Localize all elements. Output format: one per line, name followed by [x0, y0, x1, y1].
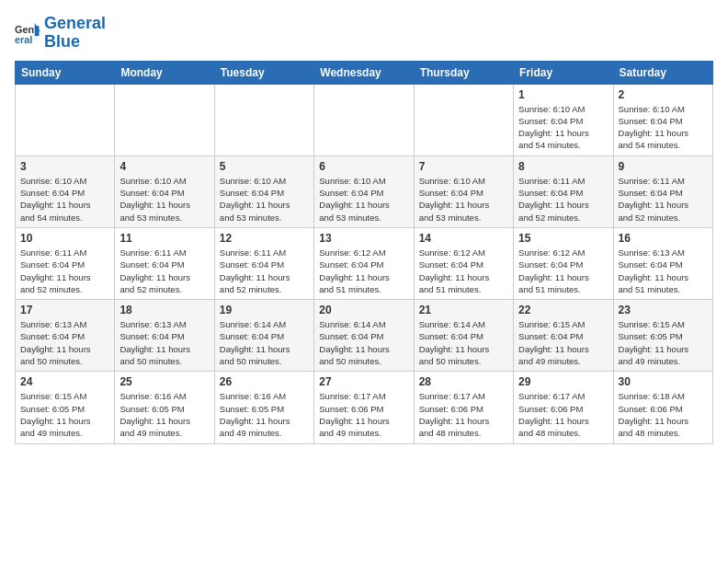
calendar-cell: 2Sunrise: 6:10 AM Sunset: 6:04 PM Daylig… [613, 84, 712, 155]
day-info: Sunrise: 6:17 AM Sunset: 6:06 PM Dayligh… [518, 390, 608, 439]
calendar-cell [16, 84, 115, 155]
day-number: 15 [518, 232, 608, 245]
calendar-cell: 10Sunrise: 6:11 AM Sunset: 6:04 PM Dayli… [16, 227, 115, 299]
weekday-header: Monday [115, 61, 214, 84]
day-number: 16 [619, 232, 708, 245]
calendar-cell: 22Sunrise: 6:15 AM Sunset: 6:04 PM Dayli… [514, 300, 613, 372]
weekday-header: Wednesday [314, 61, 414, 84]
day-number: 19 [220, 304, 309, 316]
day-number: 8 [518, 160, 608, 173]
logo: Gen eral GeneralBlue [15, 15, 106, 52]
day-info: Sunrise: 6:16 AM Sunset: 6:05 PM Dayligh… [220, 390, 309, 439]
svg-rect-3 [35, 26, 40, 36]
weekday-header: Tuesday [214, 61, 313, 84]
day-info: Sunrise: 6:10 AM Sunset: 6:04 PM Dayligh… [518, 103, 608, 152]
calendar-week-row: 24Sunrise: 6:15 AM Sunset: 6:05 PM Dayli… [16, 372, 713, 443]
calendar-cell: 16Sunrise: 6:13 AM Sunset: 6:04 PM Dayli… [613, 227, 712, 299]
calendar-cell: 21Sunrise: 6:14 AM Sunset: 6:04 PM Dayli… [414, 300, 513, 372]
calendar-week-row: 10Sunrise: 6:11 AM Sunset: 6:04 PM Dayli… [16, 227, 713, 299]
day-info: Sunrise: 6:14 AM Sunset: 6:04 PM Dayligh… [419, 318, 508, 367]
calendar-week-row: 3Sunrise: 6:10 AM Sunset: 6:04 PM Daylig… [16, 155, 713, 227]
calendar-cell: 5Sunrise: 6:10 AM Sunset: 6:04 PM Daylig… [214, 155, 313, 227]
logo-text: GeneralBlue [44, 15, 106, 52]
calendar-cell: 17Sunrise: 6:13 AM Sunset: 6:04 PM Dayli… [16, 300, 115, 372]
day-info: Sunrise: 6:10 AM Sunset: 6:04 PM Dayligh… [419, 175, 508, 224]
day-info: Sunrise: 6:18 AM Sunset: 6:06 PM Dayligh… [619, 390, 708, 439]
weekday-header: Friday [514, 61, 613, 84]
calendar-cell: 23Sunrise: 6:15 AM Sunset: 6:05 PM Dayli… [613, 300, 712, 372]
day-number: 26 [220, 375, 309, 388]
day-info: Sunrise: 6:12 AM Sunset: 6:04 PM Dayligh… [419, 247, 508, 295]
calendar-cell: 20Sunrise: 6:14 AM Sunset: 6:04 PM Dayli… [314, 300, 414, 372]
day-number: 2 [619, 88, 708, 101]
day-number: 11 [119, 232, 209, 245]
day-info: Sunrise: 6:10 AM Sunset: 6:04 PM Dayligh… [119, 175, 209, 224]
day-info: Sunrise: 6:13 AM Sunset: 6:04 PM Dayligh… [619, 247, 708, 295]
day-number: 7 [419, 160, 508, 173]
day-number: 13 [319, 232, 408, 245]
day-number: 14 [419, 232, 508, 245]
day-number: 18 [119, 304, 209, 316]
day-number: 1 [518, 88, 608, 101]
day-info: Sunrise: 6:11 AM Sunset: 6:04 PM Dayligh… [518, 175, 608, 224]
day-info: Sunrise: 6:16 AM Sunset: 6:05 PM Dayligh… [119, 390, 209, 439]
calendar-week-row: 1Sunrise: 6:10 AM Sunset: 6:04 PM Daylig… [16, 84, 713, 155]
calendar-cell: 13Sunrise: 6:12 AM Sunset: 6:04 PM Dayli… [314, 227, 414, 299]
calendar-cell [115, 84, 214, 155]
logo-icon: Gen eral [15, 20, 40, 46]
day-info: Sunrise: 6:11 AM Sunset: 6:04 PM Dayligh… [20, 247, 109, 295]
calendar-cell: 25Sunrise: 6:16 AM Sunset: 6:05 PM Dayli… [115, 372, 214, 443]
day-info: Sunrise: 6:17 AM Sunset: 6:06 PM Dayligh… [319, 390, 408, 439]
calendar-cell: 7Sunrise: 6:10 AM Sunset: 6:04 PM Daylig… [414, 155, 513, 227]
day-info: Sunrise: 6:14 AM Sunset: 6:04 PM Dayligh… [220, 318, 309, 367]
day-info: Sunrise: 6:10 AM Sunset: 6:04 PM Dayligh… [619, 103, 708, 152]
day-number: 20 [319, 304, 408, 316]
calendar-cell: 4Sunrise: 6:10 AM Sunset: 6:04 PM Daylig… [115, 155, 214, 227]
day-info: Sunrise: 6:13 AM Sunset: 6:04 PM Dayligh… [20, 318, 109, 367]
day-number: 27 [319, 375, 408, 388]
calendar-cell: 12Sunrise: 6:11 AM Sunset: 6:04 PM Dayli… [214, 227, 313, 299]
day-info: Sunrise: 6:11 AM Sunset: 6:04 PM Dayligh… [119, 247, 209, 295]
day-number: 4 [119, 160, 209, 173]
day-info: Sunrise: 6:10 AM Sunset: 6:04 PM Dayligh… [319, 175, 408, 224]
calendar-cell: 1Sunrise: 6:10 AM Sunset: 6:04 PM Daylig… [514, 84, 613, 155]
weekday-header: Sunday [16, 61, 115, 84]
calendar-cell: 27Sunrise: 6:17 AM Sunset: 6:06 PM Dayli… [314, 372, 414, 443]
svg-text:eral: eral [15, 34, 32, 45]
calendar-cell [314, 84, 414, 155]
day-number: 24 [20, 375, 109, 388]
calendar-cell: 11Sunrise: 6:11 AM Sunset: 6:04 PM Dayli… [115, 227, 214, 299]
day-number: 10 [20, 232, 109, 245]
day-info: Sunrise: 6:11 AM Sunset: 6:04 PM Dayligh… [220, 247, 309, 295]
calendar-cell: 28Sunrise: 6:17 AM Sunset: 6:06 PM Dayli… [414, 372, 513, 443]
day-info: Sunrise: 6:10 AM Sunset: 6:04 PM Dayligh… [220, 175, 309, 224]
calendar-cell: 26Sunrise: 6:16 AM Sunset: 6:05 PM Dayli… [214, 372, 313, 443]
day-info: Sunrise: 6:15 AM Sunset: 6:05 PM Dayligh… [619, 318, 708, 367]
calendar-table: SundayMondayTuesdayWednesdayThursdayFrid… [15, 61, 713, 444]
calendar-cell: 6Sunrise: 6:10 AM Sunset: 6:04 PM Daylig… [314, 155, 414, 227]
calendar-cell: 19Sunrise: 6:14 AM Sunset: 6:04 PM Dayli… [214, 300, 313, 372]
day-number: 9 [619, 160, 708, 173]
day-info: Sunrise: 6:11 AM Sunset: 6:04 PM Dayligh… [619, 175, 708, 224]
calendar-header-row: SundayMondayTuesdayWednesdayThursdayFrid… [16, 61, 713, 84]
day-number: 5 [220, 160, 309, 173]
day-number: 25 [119, 375, 209, 388]
day-number: 30 [619, 375, 708, 388]
calendar-cell: 14Sunrise: 6:12 AM Sunset: 6:04 PM Dayli… [414, 227, 513, 299]
day-info: Sunrise: 6:15 AM Sunset: 6:05 PM Dayligh… [20, 390, 109, 439]
day-info: Sunrise: 6:17 AM Sunset: 6:06 PM Dayligh… [419, 390, 508, 439]
calendar-cell: 29Sunrise: 6:17 AM Sunset: 6:06 PM Dayli… [514, 372, 613, 443]
calendar-cell: 8Sunrise: 6:11 AM Sunset: 6:04 PM Daylig… [514, 155, 613, 227]
page-header: Gen eral GeneralBlue [15, 15, 713, 52]
calendar-cell [414, 84, 513, 155]
weekday-header: Thursday [414, 61, 513, 84]
day-number: 23 [619, 304, 708, 316]
day-info: Sunrise: 6:13 AM Sunset: 6:04 PM Dayligh… [119, 318, 209, 367]
day-info: Sunrise: 6:14 AM Sunset: 6:04 PM Dayligh… [319, 318, 408, 367]
day-number: 22 [518, 304, 608, 316]
calendar-cell: 18Sunrise: 6:13 AM Sunset: 6:04 PM Dayli… [115, 300, 214, 372]
calendar-cell [214, 84, 313, 155]
day-number: 12 [220, 232, 309, 245]
calendar-cell: 30Sunrise: 6:18 AM Sunset: 6:06 PM Dayli… [613, 372, 712, 443]
day-number: 21 [419, 304, 508, 316]
